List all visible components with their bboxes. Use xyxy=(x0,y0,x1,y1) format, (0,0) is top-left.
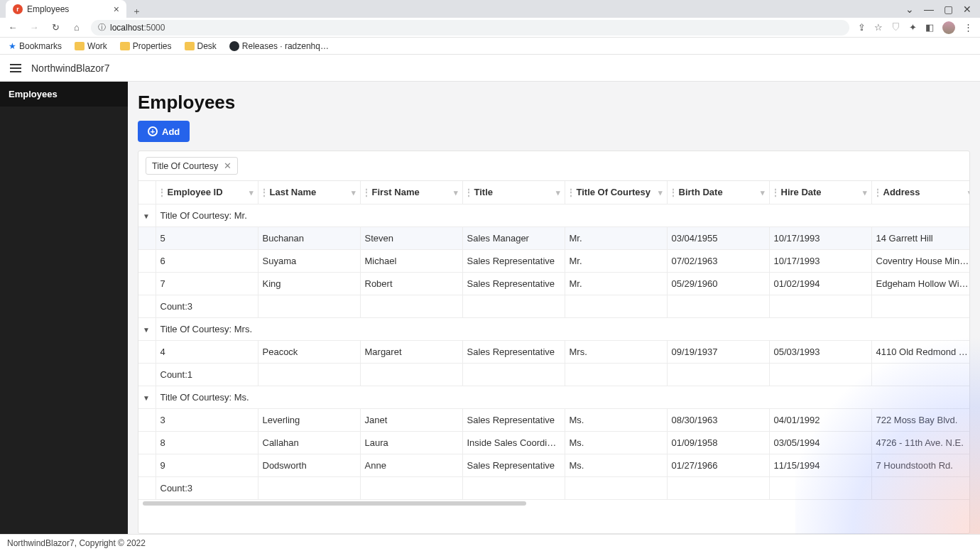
profile-avatar[interactable] xyxy=(942,21,955,34)
cell-hire-date: 10/17/1993 xyxy=(769,249,871,272)
caret-down-icon: ▼ xyxy=(143,326,150,334)
site-info-icon[interactable]: ⓘ xyxy=(98,22,106,33)
bookmark-item[interactable]: Properties xyxy=(120,41,172,51)
column-header-title-of-courtesy[interactable]: ⋮Title Of Courtesy▾ xyxy=(565,181,667,204)
nav-back-icon[interactable]: ← xyxy=(7,22,18,33)
group-header-row[interactable]: ▼Title Of Courtesy: Mrs. xyxy=(138,317,970,340)
filter-icon[interactable]: ▾ xyxy=(761,187,765,197)
filter-icon[interactable]: ▾ xyxy=(556,187,560,197)
group-expand-cell[interactable]: ▼ xyxy=(138,204,156,227)
filter-icon[interactable]: ▾ xyxy=(658,187,663,197)
cell-birth-date: 09/19/1937 xyxy=(667,340,769,363)
bookmark-star-icon[interactable]: ☆ xyxy=(874,22,883,33)
nav-home-icon[interactable]: ⌂ xyxy=(71,22,82,33)
filter-icon[interactable]: ▾ xyxy=(352,187,356,197)
shield-icon[interactable]: ⛉ xyxy=(891,22,900,33)
column-header-last-name[interactable]: ⋮Last Name▾ xyxy=(258,181,360,204)
row-expand-cell xyxy=(138,340,156,363)
group-header-row[interactable]: ▼Title Of Courtesy: Ms. xyxy=(138,386,970,408)
group-expand-cell[interactable]: ▼ xyxy=(138,317,156,340)
url-input[interactable]: ⓘ localhost:5000 xyxy=(91,20,849,36)
column-header-title[interactable]: ⋮Title▾ xyxy=(462,181,565,204)
window-maximize-icon[interactable]: ▢ xyxy=(944,4,953,15)
column-header-employee-id[interactable]: ⋮Employee ID▾ xyxy=(156,181,258,204)
cell-birth-date: 03/04/1955 xyxy=(667,227,769,249)
cell-first-name: Michael xyxy=(360,249,462,272)
group-header-row[interactable]: ▼Title Of Courtesy: Mr. xyxy=(138,204,970,227)
cell-title-of-courtesy: Mr. xyxy=(565,272,667,295)
browser-tab[interactable]: r Employees × xyxy=(6,0,126,18)
extensions-icon[interactable]: ✦ xyxy=(909,22,917,33)
column-header-address[interactable]: ⋮Address▾ xyxy=(871,181,970,204)
cell-title-of-courtesy: Mr. xyxy=(565,249,667,272)
column-header-first-name[interactable]: ⋮First Name▾ xyxy=(360,181,462,204)
hamburger-menu-button[interactable] xyxy=(10,64,21,72)
bookmark-item[interactable]: Desk xyxy=(185,41,217,51)
scrollbar-thumb[interactable] xyxy=(143,501,526,506)
cell-address: 7 Houndstooth Rd. xyxy=(871,454,970,476)
add-button[interactable]: + Add xyxy=(138,121,190,142)
bookmark-item[interactable]: Releases · radzenhq… xyxy=(229,41,329,51)
window-close-icon[interactable]: ✕ xyxy=(963,4,971,15)
nav-reload-icon[interactable]: ↻ xyxy=(50,22,61,33)
group-chip-label: Title Of Courtesy xyxy=(152,161,218,171)
table-row[interactable]: 3LeverlingJanetSales RepresentativeMs.08… xyxy=(138,408,970,431)
horizontal-scrollbar[interactable] xyxy=(138,500,969,507)
cell-hire-date: 10/17/1993 xyxy=(769,227,871,249)
drag-handle-icon[interactable]: ⋮ xyxy=(873,187,882,197)
kebab-menu-icon[interactable]: ⋮ xyxy=(964,22,973,33)
cell-birth-date: 01/09/1958 xyxy=(667,431,769,454)
nav-forward-icon[interactable]: → xyxy=(28,22,40,33)
new-tab-button[interactable]: ＋ xyxy=(126,5,146,18)
filter-icon[interactable]: ▾ xyxy=(454,187,458,197)
expand-column-header xyxy=(138,181,156,204)
cell-title: Sales Representative xyxy=(462,272,565,295)
filter-icon[interactable]: ▾ xyxy=(249,187,254,197)
filter-icon[interactable]: ▾ xyxy=(863,187,867,197)
plus-circle-icon: + xyxy=(148,126,158,136)
app-header: NorthwindBlazor7 xyxy=(0,55,980,82)
drag-handle-icon[interactable]: ⋮ xyxy=(362,187,371,197)
drag-handle-icon[interactable]: ⋮ xyxy=(771,187,780,197)
cell-address: Edgeham Hollow Winchester… xyxy=(871,272,970,295)
cell-title-of-courtesy: Mr. xyxy=(565,227,667,249)
folder-icon xyxy=(75,42,85,50)
cell-title: Sales Manager xyxy=(462,227,565,249)
table-row[interactable]: 8CallahanLauraInside Sales CoordinatorMs… xyxy=(138,431,970,454)
table-row[interactable]: 5BuchananStevenSales ManagerMr.03/04/195… xyxy=(138,227,970,249)
group-chip[interactable]: Title Of Courtesy ✕ xyxy=(146,157,238,175)
share-icon[interactable]: ⇪ xyxy=(858,22,866,33)
chevron-down-icon[interactable]: ⌄ xyxy=(905,4,914,15)
caret-down-icon: ▼ xyxy=(143,394,150,402)
column-header-hire-date[interactable]: ⋮Hire Date▾ xyxy=(769,181,871,204)
bookmark-item[interactable]: Work xyxy=(75,41,107,51)
cell-last-name: Peacock xyxy=(258,340,360,363)
row-expand-cell xyxy=(138,454,156,476)
column-header-birth-date[interactable]: ⋮Birth Date▾ xyxy=(667,181,769,204)
sidepanel-icon[interactable]: ◧ xyxy=(925,22,934,33)
table-row[interactable]: 4PeacockMargaretSales RepresentativeMrs.… xyxy=(138,340,970,363)
bookmark-item[interactable]: ★Bookmarks xyxy=(9,41,62,51)
drag-handle-icon[interactable]: ⋮ xyxy=(464,187,473,197)
remove-group-icon[interactable]: ✕ xyxy=(224,160,232,171)
cell-employee-id: 6 xyxy=(156,249,258,272)
sidebar: Employees xyxy=(0,82,128,534)
filter-icon[interactable]: ▾ xyxy=(968,187,971,197)
drag-handle-icon[interactable]: ⋮ xyxy=(260,187,268,197)
group-panel[interactable]: Title Of Courtesy ✕ xyxy=(138,151,969,181)
drag-handle-icon[interactable]: ⋮ xyxy=(158,187,166,197)
window-minimize-icon[interactable]: — xyxy=(924,4,934,15)
drag-handle-icon[interactable]: ⋮ xyxy=(669,187,677,197)
group-expand-cell[interactable]: ▼ xyxy=(138,386,156,408)
table-row[interactable]: 7KingRobertSales RepresentativeMr.05/29/… xyxy=(138,272,970,295)
group-header-label: Title Of Courtesy: Mr. xyxy=(156,204,970,227)
table-row[interactable]: 6SuyamaMichaelSales RepresentativeMr.07/… xyxy=(138,249,970,272)
table-row[interactable]: 9DodsworthAnneSales RepresentativeMs.01/… xyxy=(138,454,970,476)
cell-last-name: Leverling xyxy=(258,408,360,431)
sidebar-item-employees[interactable]: Employees xyxy=(0,82,128,107)
cell-hire-date: 11/15/1994 xyxy=(769,454,871,476)
group-footer-count: Count:3 xyxy=(156,476,258,499)
close-tab-icon[interactable]: × xyxy=(114,4,119,15)
page-title: Employees xyxy=(138,92,970,114)
drag-handle-icon[interactable]: ⋮ xyxy=(567,187,575,197)
